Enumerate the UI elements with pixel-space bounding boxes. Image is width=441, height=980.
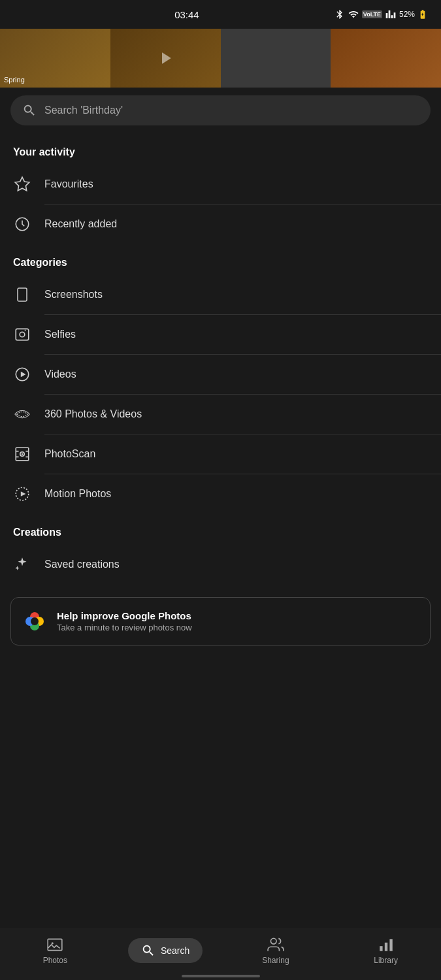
bluetooth-icon bbox=[335, 9, 345, 20]
photoscan-label: PhotoScan bbox=[44, 448, 95, 460]
photo-label-1: Spring bbox=[4, 76, 25, 84]
sharing-nav-label: Sharing bbox=[262, 956, 289, 965]
star-icon bbox=[13, 175, 31, 193]
menu-item-photoscan[interactable]: PhotoScan bbox=[0, 434, 441, 474]
search-nav-label: Search bbox=[161, 945, 189, 956]
categories-title: Categories bbox=[0, 244, 441, 275]
search-nav-icon bbox=[141, 943, 155, 958]
search-icon bbox=[22, 103, 37, 118]
photo-thumb-4[interactable] bbox=[331, 29, 441, 88]
svg-point-24 bbox=[270, 938, 276, 944]
360-icon bbox=[13, 405, 31, 423]
google-photos-icon bbox=[22, 608, 48, 634]
menu-item-videos[interactable]: Videos bbox=[0, 355, 441, 394]
search-container: Search 'Birthday' bbox=[0, 88, 441, 133]
nav-item-photos[interactable]: Photos bbox=[0, 936, 110, 965]
saved-creations-label: Saved creations bbox=[44, 559, 120, 570]
sparkle-icon bbox=[13, 555, 31, 574]
help-card[interactable]: Help improve Google Photos Take a minute… bbox=[10, 597, 431, 645]
search-placeholder-text: Search 'Birthday' bbox=[44, 105, 123, 116]
motion-photos-icon bbox=[13, 485, 31, 503]
menu-item-motion-photos[interactable]: Motion Photos bbox=[0, 474, 441, 514]
status-bar: 03:44 VoLTE 52% bbox=[0, 0, 441, 29]
battery-text: 52% bbox=[399, 10, 415, 19]
photo-strip[interactable]: Spring bbox=[0, 29, 441, 88]
selfie-icon bbox=[13, 325, 31, 344]
svg-rect-22 bbox=[48, 939, 63, 950]
nav-item-search[interactable]: Search bbox=[110, 938, 221, 963]
videos-label: Videos bbox=[44, 368, 76, 380]
nav-item-library[interactable]: Library bbox=[331, 936, 441, 965]
favourites-label: Favourites bbox=[44, 178, 93, 190]
photo-thumb-1[interactable]: Spring bbox=[0, 29, 110, 88]
photos-nav-label: Photos bbox=[43, 956, 67, 965]
play-circle-icon bbox=[13, 365, 31, 384]
screenshots-label: Screenshots bbox=[44, 289, 103, 301]
help-card-text: Help improve Google Photos Take a minute… bbox=[57, 610, 192, 632]
svg-rect-3 bbox=[16, 329, 29, 340]
phone-icon bbox=[13, 286, 31, 304]
help-card-title: Help improve Google Photos bbox=[57, 610, 192, 621]
svg-rect-1 bbox=[18, 288, 27, 301]
360-label: 360 Photos & Videos bbox=[44, 408, 142, 420]
library-nav-label: Library bbox=[374, 956, 398, 965]
photo-thumb-2[interactable] bbox=[110, 29, 221, 88]
menu-item-screenshots[interactable]: Screenshots bbox=[0, 275, 441, 314]
your-activity-title: Your activity bbox=[0, 133, 441, 165]
status-time: 03:44 bbox=[39, 9, 335, 20]
menu-item-favourites[interactable]: Favourites bbox=[0, 165, 441, 204]
nav-item-sharing[interactable]: Sharing bbox=[221, 936, 331, 965]
motion-photos-label: Motion Photos bbox=[44, 488, 111, 500]
library-nav-icon bbox=[378, 936, 395, 953]
play-overlay-icon bbox=[155, 48, 175, 68]
search-bar[interactable]: Search 'Birthday' bbox=[10, 95, 431, 125]
svg-rect-27 bbox=[389, 939, 392, 951]
selfies-label: Selfies bbox=[44, 329, 76, 340]
search-nav-pill: Search bbox=[128, 938, 203, 963]
photos-nav-icon bbox=[46, 936, 63, 953]
svg-marker-7 bbox=[21, 372, 26, 378]
clock-icon bbox=[13, 215, 31, 233]
svg-point-21 bbox=[31, 617, 39, 625]
photoscan-icon bbox=[13, 445, 31, 463]
volte-badge: VoLTE bbox=[362, 10, 382, 18]
svg-point-23 bbox=[52, 942, 54, 944]
menu-item-saved-creations[interactable]: Saved creations bbox=[0, 545, 441, 584]
wifi-icon bbox=[348, 9, 359, 20]
svg-point-10 bbox=[22, 453, 24, 455]
content-area: Your activity Favourites Recently added … bbox=[0, 133, 441, 717]
svg-rect-26 bbox=[384, 943, 387, 951]
signal-icon bbox=[385, 9, 397, 20]
help-card-subtitle: Take a minute to review photos now bbox=[57, 623, 192, 632]
menu-item-360[interactable]: 360 Photos & Videos bbox=[0, 395, 441, 434]
sharing-nav-icon bbox=[267, 936, 284, 953]
svg-marker-16 bbox=[21, 491, 26, 497]
status-icons: VoLTE 52% bbox=[335, 9, 428, 20]
battery-icon bbox=[417, 9, 428, 20]
menu-item-recently-added[interactable]: Recently added bbox=[0, 204, 441, 244]
recently-added-label: Recently added bbox=[44, 218, 117, 230]
photo-thumb-3[interactable] bbox=[221, 29, 331, 88]
svg-rect-25 bbox=[380, 946, 382, 951]
home-indicator bbox=[182, 975, 260, 977]
menu-item-selfies[interactable]: Selfies bbox=[0, 315, 441, 354]
creations-title: Creations bbox=[0, 514, 441, 545]
svg-point-4 bbox=[20, 332, 25, 337]
bottom-nav: Photos Search Sharing Library bbox=[0, 928, 441, 980]
